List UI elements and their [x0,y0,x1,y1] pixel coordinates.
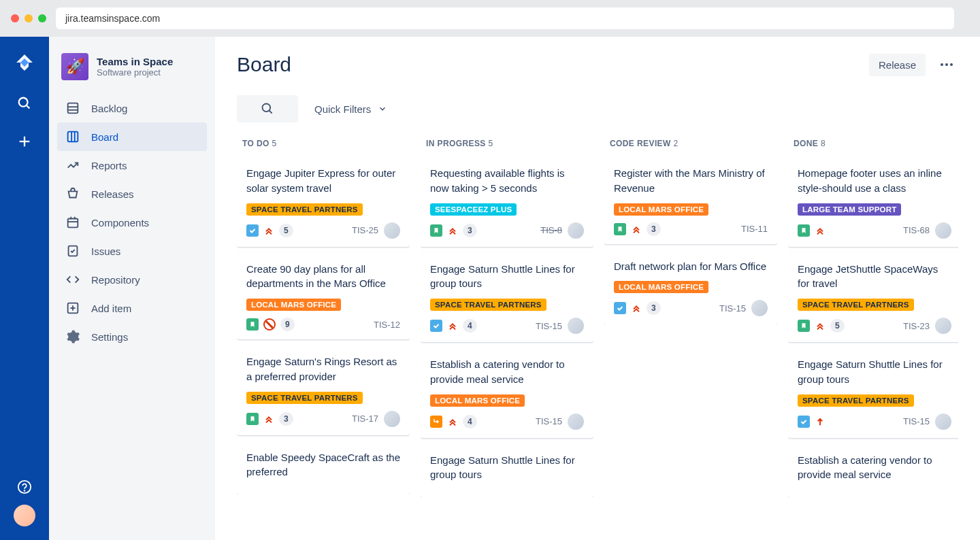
priority-highest-icon [815,320,826,331]
card-footer-left: 3 [614,301,661,315]
column-header: CODE REVIEW 2 [604,139,777,156]
story-type-icon [798,224,810,237]
release-button[interactable]: Release [869,54,926,76]
sidebar-item-settings[interactable]: Settings [57,322,207,351]
sidebar-item-label: Add item [91,303,131,314]
card-footer-right: TIS-17 [352,411,400,427]
issue-title: Engage JetShuttle SpaceWays for travel [798,262,951,292]
card-footer-left: 3 [246,412,293,426]
card-footer: 5TIS-23 [798,318,951,334]
column-count: 5 [272,139,277,148]
traffic-lights [11,14,46,22]
card-footer-left: 5 [246,224,293,237]
column-body: Register with the Mars Ministry of Reven… [604,156,777,324]
quick-filters-dropdown[interactable]: Quick Filters [314,103,387,115]
sidebar-item-components[interactable]: Components [57,208,207,237]
card-footer-right: TIS-15 [536,414,584,430]
card-footer: TIS-15 [798,414,951,430]
assignee-avatar[interactable] [384,411,400,427]
card-footer-left: 4 [430,319,477,333]
assignee-avatar[interactable] [384,222,400,239]
card-footer-right: TIS-15 [536,318,584,334]
create-icon[interactable] [15,132,34,151]
issue-title: Establish a catering vendor to provide m… [430,357,584,387]
assignee-avatar[interactable] [935,222,951,239]
sidebar-icon [65,329,80,344]
close-window-button[interactable] [11,14,19,22]
epic-label: SPACE TRAVEL PARTNERS [246,392,363,404]
issue-title: Engage Saturn's Rings Resort as a prefer… [246,354,400,384]
help-icon[interactable] [15,477,34,496]
card-footer-left: 5 [798,319,845,333]
issue-card[interactable]: Establish a catering vendor to provide m… [788,443,958,498]
project-name: Teams in Space [97,56,173,67]
search-input[interactable] [237,95,298,122]
profile-avatar[interactable] [14,505,35,526]
card-footer-right: TIS-15 [719,300,768,316]
card-footer-right: TIS-12 [374,320,400,330]
sidebar-item-add-item[interactable]: Add item [57,294,207,322]
minimize-window-button[interactable] [24,14,33,22]
issue-card[interactable]: Engage Saturn's Rings Resort as a prefer… [237,345,410,435]
issue-key: TIS-68 [903,225,930,235]
sidebar-item-issues[interactable]: Issues [57,237,207,265]
svg-point-20 [941,63,943,66]
issue-card[interactable]: Engage Saturn Shuttle Lines for group to… [788,348,958,438]
issue-card[interactable]: Homepage footer uses an inline style-sho… [788,156,958,247]
issue-card[interactable]: Engage JetShuttle SpaceWays for travelSP… [788,252,958,343]
sidebar-item-board[interactable]: Board [57,122,207,151]
column-header: DONE 8 [788,139,958,156]
issue-title: Engage Saturn Shuttle Lines for group to… [430,453,584,483]
issue-card[interactable]: Create 90 day plans for all departments … [237,252,410,340]
issue-key: TIS-12 [374,320,400,330]
column-header: IN PROGRESS 5 [421,139,593,156]
sidebar-icon [65,272,80,287]
svg-point-22 [950,63,953,66]
issue-card[interactable]: Establish a catering vendor to provide m… [421,348,593,438]
url-bar[interactable]: jira.teamsinspace.com [56,7,954,29]
issue-card[interactable]: Engage Saturn Shuttle Lines for group to… [421,443,593,498]
main-content: Board Release Quick Filters TO DO 5Engag… [215,37,980,540]
svg-line-24 [270,111,272,114]
more-actions-icon[interactable] [935,53,958,76]
card-footer: TIS-68 [798,222,951,239]
assignee-avatar[interactable] [935,318,951,334]
assignee-avatar[interactable] [568,318,584,334]
epic-label: LARGE TEAM SUPPORT [798,203,901,216]
story-type-icon [614,223,626,235]
board-columns: TO DO 5Engage Jupiter Express for outer … [237,139,958,540]
issue-card[interactable]: Enable Speedy SpaceCraft as the preferre… [237,441,410,495]
sidebar-item-label: Issues [91,246,120,257]
epic-label: LOCAL MARS OFFICE [430,394,525,407]
sidebar-item-releases[interactable]: Releases [57,180,207,208]
svg-rect-9 [68,132,78,142]
issue-key: TIS-23 [903,321,930,331]
svg-rect-6 [68,103,78,114]
assignee-avatar[interactable] [568,222,584,239]
jira-logo-icon[interactable] [14,53,35,75]
card-footer-left: 9 [246,318,295,331]
column-count: 2 [673,139,678,148]
priority-highest-icon [447,225,458,236]
issue-card[interactable]: Engage Saturn Shuttle Lines for group to… [421,252,593,343]
sidebar-item-label: Repository [91,274,140,286]
issue-card[interactable]: Engage Jupiter Express for outer solar s… [237,156,410,247]
svg-rect-12 [68,219,78,228]
epic-label: LOCAL MARS OFFICE [246,299,341,311]
sidebar-item-label: Backlog [91,103,127,114]
issue-card[interactable]: Requesting available flights is now taki… [421,156,593,247]
maximize-window-button[interactable] [38,14,46,22]
priority-highest-icon [447,320,458,331]
issue-card[interactable]: Draft network plan for Mars OfficeLOCAL … [604,250,777,325]
sidebar-item-repository[interactable]: Repository [57,265,207,294]
sidebar-item-reports[interactable]: Reports [57,151,207,180]
board-toolbar: Quick Filters [237,95,958,122]
sidebar-item-backlog[interactable]: Backlog [57,94,207,122]
sidebar-item-label: Components [91,217,149,229]
assignee-avatar[interactable] [751,300,768,316]
search-icon[interactable] [15,94,34,113]
quick-filters-label: Quick Filters [314,103,371,115]
issue-card[interactable]: Register with the Mars Ministry of Reven… [604,156,777,244]
assignee-avatar[interactable] [935,414,951,430]
assignee-avatar[interactable] [568,414,584,430]
